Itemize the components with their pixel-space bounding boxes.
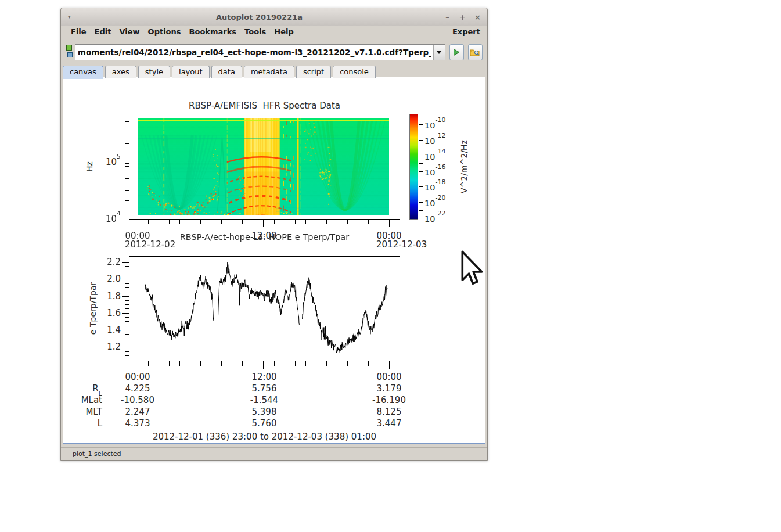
context-row-value: 4.225 xyxy=(111,383,164,394)
tab-console[interactable]: console xyxy=(333,66,376,78)
axis-tick xyxy=(274,220,275,224)
axis-tick xyxy=(379,361,379,366)
axis-tick xyxy=(125,339,129,339)
tab-canvas[interactable]: canvas xyxy=(63,66,103,79)
axis-tick xyxy=(122,218,129,218)
timeseries-plot[interactable] xyxy=(129,257,400,361)
axis-tick xyxy=(125,121,129,122)
y-tick-label: 1.6 xyxy=(86,308,121,318)
autoplot-window: ▾ Autoplot 20190221a – + × File Edit Vie… xyxy=(60,8,488,461)
go-button[interactable] xyxy=(449,44,464,60)
axis-tick xyxy=(274,361,275,366)
context-row-label: MLT xyxy=(67,407,102,417)
context-row-value: 2.247 xyxy=(111,407,164,417)
spectrogram-title: RBSP-A/EMFISIS HFR Spectra Data xyxy=(129,100,400,111)
axis-tick xyxy=(125,321,129,322)
axis-tick xyxy=(125,308,129,309)
colorbar-tick-label: 10-18 xyxy=(424,181,456,192)
open-folder-icon xyxy=(470,48,480,57)
desktop: { "window": { "title": "Autoplot 2019022… xyxy=(0,0,781,532)
axis-tick xyxy=(122,161,129,161)
expert-mode-label[interactable]: Expert xyxy=(452,27,481,36)
axis-tick xyxy=(400,220,400,224)
tab-layout[interactable]: layout xyxy=(172,66,210,78)
tab-style[interactable]: style xyxy=(138,66,170,78)
axis-tick xyxy=(125,190,129,191)
tab-axes[interactable]: axes xyxy=(105,66,136,78)
y-tick-label: 2.2 xyxy=(86,257,121,267)
status-text: plot_1 selected xyxy=(73,450,121,458)
colorbar-unit-label: V^2/m^2/Hz xyxy=(459,140,469,193)
axis-tick xyxy=(122,313,129,314)
axis-tick xyxy=(419,179,423,179)
axis-tick xyxy=(190,361,190,366)
axis-tick xyxy=(125,200,129,201)
axis-tick xyxy=(159,361,159,366)
axis-tick xyxy=(125,283,129,284)
axis-tick xyxy=(211,220,211,224)
axis-tick xyxy=(419,124,423,125)
context-row-value: -1.544 xyxy=(238,395,290,405)
minimize-button[interactable]: – xyxy=(444,13,451,21)
axis-tick xyxy=(125,134,129,134)
canvas-panel: RBSP-A/EMFISIS HFR Spectra Data Hz 105 1… xyxy=(63,77,485,444)
plot-canvas[interactable]: RBSP-A/EMFISIS HFR Spectra Data Hz 105 1… xyxy=(64,78,484,443)
axis-tick xyxy=(358,220,358,224)
axis-tick xyxy=(125,355,129,356)
menu-view[interactable]: View xyxy=(115,27,143,36)
window-menu-icon[interactable]: ▾ xyxy=(68,14,75,20)
axis-tick xyxy=(179,361,180,366)
axis-tick xyxy=(122,330,129,330)
menu-edit[interactable]: Edit xyxy=(91,27,116,36)
axis-tick xyxy=(122,262,129,263)
browse-button[interactable] xyxy=(468,44,483,60)
context-row-value: 5.756 xyxy=(238,383,290,394)
axis-tick xyxy=(242,361,243,366)
menu-help[interactable]: Help xyxy=(270,27,297,36)
axis-tick xyxy=(419,218,423,218)
colorbar-tick-label: 10-20 xyxy=(424,197,456,208)
axis-tick xyxy=(125,275,129,275)
axis-tick xyxy=(138,361,138,369)
menu-bar: File Edit View Options Bookmarks Tools H… xyxy=(61,26,487,37)
axis-tick xyxy=(316,361,316,366)
tab-script[interactable]: script xyxy=(296,66,331,78)
axis-tick xyxy=(125,326,129,326)
axis-tick xyxy=(125,360,129,360)
axis-tick xyxy=(125,351,129,352)
timeseries-xtick-0: 00:00 xyxy=(120,372,155,382)
tab-data[interactable]: data xyxy=(211,66,242,78)
uri-dropdown-button[interactable] xyxy=(433,45,445,60)
axis-tick xyxy=(190,220,190,224)
colorbar-tick-label: 10-14 xyxy=(424,150,456,161)
axis-tick xyxy=(125,117,129,117)
menu-file[interactable]: File xyxy=(67,27,91,36)
axis-tick xyxy=(347,361,348,366)
axis-tick xyxy=(125,174,129,174)
context-row-value: 3.179 xyxy=(363,383,415,394)
axis-tick xyxy=(125,258,129,258)
axis-tick xyxy=(221,361,222,366)
axis-tick xyxy=(326,220,327,224)
menu-options[interactable]: Options xyxy=(144,27,185,36)
axis-tick xyxy=(242,220,243,224)
axis-tick xyxy=(148,361,149,366)
uri-input[interactable] xyxy=(75,45,433,60)
axis-tick xyxy=(326,361,327,366)
close-button[interactable]: × xyxy=(474,13,481,21)
axis-tick xyxy=(125,271,129,271)
axis-tick xyxy=(138,220,138,227)
timeseries-xtick-24: 00:00 xyxy=(372,372,406,382)
axis-tick xyxy=(419,186,423,187)
context-row-value: 3.447 xyxy=(363,418,415,429)
menu-tools[interactable]: Tools xyxy=(240,27,270,36)
menu-bookmarks[interactable]: Bookmarks xyxy=(185,27,241,36)
tab-metadata[interactable]: metadata xyxy=(244,66,294,78)
axis-tick xyxy=(159,220,159,224)
y-tick-label: 1.4 xyxy=(86,325,121,335)
maximize-button[interactable]: + xyxy=(459,13,466,21)
colorbar-tick-label: 10-16 xyxy=(424,166,456,177)
axis-tick xyxy=(232,220,232,224)
y-tick-label: 1.2 xyxy=(86,342,121,352)
spectrogram-image[interactable] xyxy=(138,118,389,215)
